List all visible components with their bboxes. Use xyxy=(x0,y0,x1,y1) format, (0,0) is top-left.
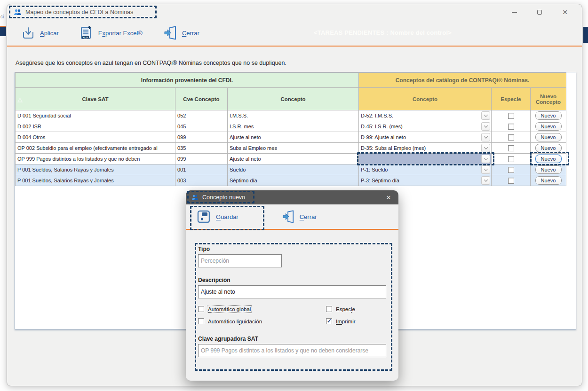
sort-icon xyxy=(17,98,23,103)
cell-nuevo-concepto: Nuevo xyxy=(531,121,566,132)
app-icon xyxy=(14,9,22,16)
chevron-down-icon[interactable] xyxy=(481,176,490,185)
maximize-button[interactable] xyxy=(535,8,544,17)
clave-agrupadora-field[interactable]: OP 999 Pagos distintos a los listados y … xyxy=(198,344,386,357)
column-header-concepto-nominas[interactable]: Concepto xyxy=(359,88,492,110)
chevron-down-icon[interactable] xyxy=(481,155,490,163)
checkbox-icon[interactable] xyxy=(326,306,332,312)
column-header-especie[interactable]: Especie xyxy=(492,88,531,110)
cell-clave-sat: D 004 Otros xyxy=(16,132,175,143)
tareas-pendientes-placeholder: <TAREAS PENDIENTES : Nombre del control> xyxy=(314,29,452,36)
especie-checkbox[interactable]: Especie xyxy=(326,306,386,312)
nuevo-button[interactable]: Nuevo xyxy=(535,133,562,141)
automatico-liquidacion-label: Automático liquidación xyxy=(208,319,262,324)
background-fragment-tab xyxy=(0,26,6,36)
automatico-liquidacion-checkbox[interactable]: Automático liquidación xyxy=(198,318,326,324)
cell-nuevo-concepto: Nuevo xyxy=(531,132,566,143)
tipo-field[interactable]: Percepción xyxy=(198,254,282,267)
nuevo-button[interactable]: Nuevo xyxy=(535,176,562,185)
cell-especie xyxy=(492,175,531,186)
nuevo-button[interactable]: Nuevo xyxy=(535,122,562,131)
cell-especie xyxy=(492,143,531,154)
especie-label: Especie xyxy=(336,306,355,312)
dialog-toolbar: Guardar Cerrar xyxy=(186,204,398,230)
concepto-nominas-dropdown[interactable]: D-35: Subs al Empleo (mes) xyxy=(359,143,491,153)
chevron-down-icon[interactable] xyxy=(481,133,490,141)
especie-checkbox[interactable] xyxy=(508,167,514,173)
table-row: D 002 ISR045I.S.R. mesD-45: I.S.R. (mes)… xyxy=(16,121,566,132)
cell-especie xyxy=(492,154,531,164)
concepto-nominas-dropdown[interactable] xyxy=(359,154,491,164)
aplicar-label: Aplicar xyxy=(40,30,59,37)
cell-cve-concepto: 099 xyxy=(175,154,228,164)
dialog-close-button[interactable]: ✕ xyxy=(383,194,394,201)
especie-checkbox[interactable] xyxy=(508,113,514,119)
minimize-button[interactable] xyxy=(509,8,519,17)
nuevo-button[interactable]: Nuevo xyxy=(535,165,562,174)
cell-nuevo-concepto: Nuevo xyxy=(531,143,566,154)
close-button[interactable]: ✕ xyxy=(560,8,570,17)
checkbox-icon[interactable] xyxy=(326,318,332,324)
especie-checkbox[interactable] xyxy=(508,178,514,184)
options-group: Automático global Automático liquidación… xyxy=(198,306,386,324)
column-header-concepto-cfdi[interactable]: Concepto xyxy=(228,88,359,110)
especie-checkbox[interactable] xyxy=(508,145,514,151)
table-row: P 001 Sueldos, Salarios Rayas y Jornales… xyxy=(16,175,566,186)
cell-concepto-cfdi: Subs al Empleo mes xyxy=(228,143,359,154)
mapping-table: Información proveniente del CFDI. Concep… xyxy=(15,72,566,186)
cell-concepto-cfdi: I.S.R. mes xyxy=(228,121,359,132)
imprimir-checkbox[interactable]: Imprimir xyxy=(326,318,386,324)
table-row: OP 999 Pagos distintos a los listados y … xyxy=(16,154,566,164)
nuevo-button[interactable]: Nuevo xyxy=(535,144,562,152)
dialog-cerrar-button[interactable]: Cerrar xyxy=(282,210,317,223)
cell-especie xyxy=(492,132,531,143)
dialog-app-icon xyxy=(191,195,199,200)
column-header-cve-concepto[interactable]: Cve Concepto xyxy=(175,88,228,110)
descripcion-field[interactable]: Ajuste al neto xyxy=(198,285,386,298)
dialog-title: Concepto nuevo xyxy=(202,194,245,201)
chevron-down-icon[interactable] xyxy=(481,111,490,120)
background-fragment-right xyxy=(583,27,588,43)
nuevo-button[interactable]: Nuevo xyxy=(535,111,562,120)
concepto-nominas-dropdown[interactable]: D-52: I.M.S.S. xyxy=(359,110,491,121)
chevron-down-icon[interactable] xyxy=(481,144,490,152)
chevron-down-icon[interactable] xyxy=(481,122,490,131)
concepto-nominas-dropdown[interactable]: P-1: Sueldo xyxy=(359,164,491,175)
column-header-nuevo-concepto[interactable]: Nuevo Concepto xyxy=(531,88,566,110)
concepto-nominas-dropdown[interactable]: D-45: I.S.R. (mes) xyxy=(359,121,491,132)
guardar-button[interactable]: Guardar xyxy=(196,209,238,224)
cell-concepto-nominas: D-52: I.M.S.S. xyxy=(359,110,492,121)
imprimir-label: Imprimir xyxy=(336,319,356,324)
cell-nuevo-concepto: Nuevo xyxy=(531,164,566,175)
column-header-clave-sat[interactable]: Clave SAT xyxy=(16,88,175,110)
dialog-form: Tipo Percepción Descripción Ajuste al ne… xyxy=(186,230,398,357)
concepto-nominas-dropdown[interactable]: P-3: Séptimo día xyxy=(359,175,491,186)
automatico-global-label: Automático global xyxy=(208,306,251,312)
cerrar-button[interactable]: Cerrar xyxy=(163,26,199,40)
cell-especie xyxy=(492,164,531,175)
especie-checkbox[interactable] xyxy=(508,134,514,141)
cell-clave-sat: OP 999 Pagos distintos a los listados y … xyxy=(16,154,175,164)
nuevo-button[interactable]: Nuevo xyxy=(535,155,562,163)
especie-checkbox[interactable] xyxy=(508,124,514,130)
cell-concepto-cfdi: Ajuste al neto xyxy=(228,132,359,143)
checkbox-icon[interactable] xyxy=(198,318,204,324)
aplicar-button[interactable]: Aplicar xyxy=(21,26,59,40)
cell-especie xyxy=(492,121,531,132)
exportar-label: Exportar Excel® xyxy=(98,30,143,37)
concepto-nuevo-dialog: Concepto nuevo ✕ Guardar Cerrar xyxy=(186,190,398,381)
cell-concepto-nominas: D-99: Ajuste al neto xyxy=(359,132,492,143)
table-row: P 001 Sueldos, Salarios Rayas y Jornales… xyxy=(16,164,566,175)
automatico-global-checkbox[interactable]: Automático global xyxy=(198,306,326,312)
cell-concepto-nominas: P-1: Sueldo xyxy=(359,164,492,175)
cell-cve-concepto: 099 xyxy=(175,132,228,143)
cell-concepto-cfdi: Sueldo xyxy=(228,164,359,175)
concepto-nominas-dropdown[interactable]: D-99: Ajuste al neto xyxy=(359,132,491,142)
table-row: D 004 Otros099Ajuste al netoD-99: Ajuste… xyxy=(16,132,566,143)
checkbox-icon[interactable] xyxy=(198,306,204,312)
especie-checkbox[interactable] xyxy=(508,156,514,162)
group-header-nominas: Conceptos del catálogo de CONTPAQi® Nómi… xyxy=(359,73,566,88)
exportar-excel-button[interactable]: XLSX Exportar Excel® xyxy=(79,25,143,40)
main-toolbar: Aplicar XLSX Exportar Excel® xyxy=(7,20,582,47)
chevron-down-icon[interactable] xyxy=(481,165,490,174)
